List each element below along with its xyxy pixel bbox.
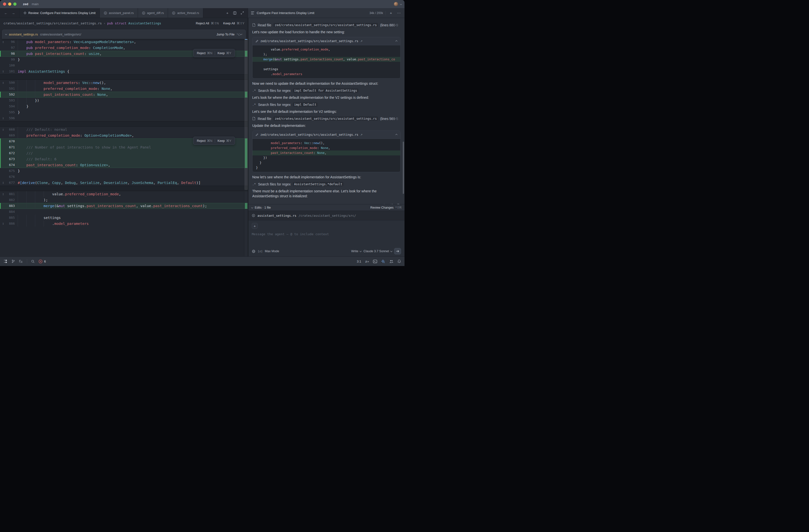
new-thread-button[interactable]: + <box>388 11 394 15</box>
git-branch-label[interactable]: main <box>32 2 39 6</box>
code-line[interactable]: 884 <box>0 209 248 215</box>
line-number[interactable]: 883 <box>6 203 18 209</box>
code-line[interactable]: 675} <box>0 168 248 174</box>
line-number[interactable]: 884 <box>6 209 18 215</box>
line-number[interactable]: 882 <box>6 197 18 203</box>
expand-up-icon[interactable]: ↥ <box>0 80 6 86</box>
cursor-position[interactable]: 3:1 <box>357 260 361 263</box>
code-line[interactable]: ↥96 pub model_parameters: Vec<LanguageMo… <box>0 39 248 45</box>
code-line[interactable]: 595} <box>0 109 248 115</box>
line-number[interactable]: 100 <box>6 63 18 68</box>
notifications-bell-icon[interactable] <box>397 259 401 263</box>
tool-search-regex[interactable]: .*Search files for regex impl Default fo… <box>252 88 400 92</box>
code-line[interactable]: 672 /// <box>0 150 248 156</box>
line-number[interactable]: 668 <box>6 126 18 133</box>
excerpt-file-header[interactable]: assistant_settings.rs crates/assistant_s… <box>2 30 246 39</box>
minimize-window-button[interactable] <box>8 2 11 6</box>
code-line[interactable]: 99} <box>0 57 248 63</box>
line-number[interactable]: 99 <box>6 57 18 63</box>
assistant-sparkle-icon[interactable] <box>381 259 385 263</box>
breadcrumb[interactable]: crates/assistant_settings/src/assistant_… <box>3 21 161 25</box>
line-number[interactable]: 885 <box>6 215 18 221</box>
web-search-icon[interactable] <box>252 250 256 253</box>
code-line[interactable]: 673 /// Default: 6 <box>0 156 248 162</box>
line-number[interactable]: 596 <box>6 115 18 121</box>
tool-read-file[interactable]: Read file zed/crates/assistant_settings/… <box>252 23 400 27</box>
reject-all-button[interactable]: Reject All⌘⇧N <box>196 21 219 25</box>
code-line[interactable]: 594 } <box>0 103 248 109</box>
tab-assistant_panel-rs[interactable]: Rassistant_panel.rs <box>100 8 138 18</box>
model-selector[interactable]: Claude 3.7 Sonnet <box>363 250 392 253</box>
open-file-icon[interactable]: ↗ <box>360 133 362 136</box>
code-line[interactable]: 591 preferred_completion_mode: None, <box>0 86 248 92</box>
collapse-chevron-down-icon[interactable] <box>5 33 7 35</box>
expand-down-icon[interactable]: ↧ <box>0 221 6 227</box>
tool-search-regex[interactable]: .*Search files for regex AssistantSettin… <box>252 182 400 186</box>
line-number[interactable]: 590 <box>6 80 18 86</box>
line-number[interactable]: 98 <box>6 51 18 57</box>
line-number[interactable]: 673 <box>6 156 18 162</box>
edit-card-header[interactable]: zed/crates/assistant_settings/src/assist… <box>253 37 400 45</box>
line-number[interactable]: 670 <box>6 138 18 144</box>
git-branch-icon[interactable] <box>11 259 15 263</box>
outline-icon[interactable] <box>19 259 23 263</box>
code-area[interactable]: ↥96 pub model_parameters: Vec<LanguageMo… <box>0 39 248 256</box>
edits-bar[interactable]: Edits · 1 file Review Changes ^⇧R <box>248 204 404 210</box>
more-options-button[interactable]: ⋯ <box>396 11 401 15</box>
project-name[interactable]: zed <box>23 2 28 6</box>
hunk-keep-button[interactable]: Keep⌘Y <box>215 139 234 143</box>
thumbs-up-icon[interactable] <box>382 203 386 204</box>
line-number[interactable]: 672 <box>6 150 18 156</box>
line-number[interactable]: 97 <box>6 45 18 51</box>
code-line[interactable]: ↥881 value.preferred_completion_mode, <box>0 191 248 197</box>
code-line[interactable]: 100 <box>0 63 248 68</box>
mode-selector[interactable]: Write <box>351 250 361 253</box>
line-number[interactable]: 675 <box>6 168 18 174</box>
code-line[interactable]: 882 ); <box>0 197 248 203</box>
edit-card-code[interactable]: value.preferred_completion_mode, ); merg… <box>253 45 400 78</box>
project-panel-icon[interactable] <box>3 259 7 263</box>
search-icon[interactable] <box>31 260 35 263</box>
open-file-icon[interactable]: ↗ <box>360 40 362 43</box>
panel-scrollbar[interactable] <box>403 142 404 194</box>
expand-down-icon[interactable]: ↧ <box>0 115 6 121</box>
editor-scrollbar[interactable] <box>244 39 248 256</box>
code-line[interactable]: 883 merge(&mut settings.past_interaction… <box>0 203 248 209</box>
add-context-button[interactable]: + <box>252 223 258 229</box>
code-line[interactable]: ↧886 .model_parameters <box>0 221 248 227</box>
nav-back-button[interactable]: ← <box>3 10 9 16</box>
user-avatar[interactable] <box>394 2 398 6</box>
line-number[interactable]: 595 <box>6 109 18 115</box>
copy-as-markdown-icon[interactable] <box>396 203 400 204</box>
code-line[interactable]: ↧596 <box>0 115 248 121</box>
thread-list-icon[interactable] <box>251 12 254 14</box>
line-number[interactable]: 593 <box>6 98 18 103</box>
edits-chevron-down-icon[interactable] <box>251 206 253 208</box>
edit-card-header[interactable]: zed/crates/assistant_settings/src/assist… <box>253 131 400 139</box>
line-number[interactable]: 594 <box>6 103 18 109</box>
terminal-icon[interactable] <box>373 260 377 263</box>
hunk-reject-button[interactable]: Reject⌘N <box>194 139 215 143</box>
line-number[interactable]: 669 <box>6 133 18 138</box>
line-number[interactable]: 591 <box>6 86 18 92</box>
close-window-button[interactable] <box>3 2 6 6</box>
split-pane-button[interactable] <box>231 10 238 16</box>
diagnostics-indicator[interactable]: 6 <box>39 260 46 263</box>
line-number[interactable]: 671 <box>6 144 18 150</box>
edit-card-code[interactable]: model_parameters: Vec::new(), preferred_… <box>253 139 400 172</box>
line-number[interactable]: 676 <box>6 174 18 180</box>
collaboration-people-icon[interactable] <box>389 260 393 263</box>
tab-agent_diff-rs[interactable]: Ragent_diff.rs <box>138 8 168 18</box>
hunk-keep-button[interactable]: Keep⌘Y <box>215 51 234 55</box>
code-line[interactable]: ↥668 /// Default: normal <box>0 126 248 133</box>
line-number[interactable]: 592 <box>6 92 18 98</box>
message-composer[interactable]: + Message the agent — @ to include conte… <box>248 220 404 256</box>
code-line[interactable]: 592 past_interactions_count: None, <box>0 92 248 98</box>
line-number[interactable]: 101 <box>6 68 18 74</box>
expand-pane-button[interactable] <box>239 10 245 16</box>
collapse-chevron-up-icon[interactable] <box>395 40 397 42</box>
line-number[interactable]: 677 <box>6 180 18 186</box>
code-line[interactable]: 674 past_interactions_count: Option<usiz… <box>0 162 248 168</box>
collapse-chevron-up-icon[interactable] <box>395 134 397 136</box>
keep-all-button[interactable]: Keep All⌘⇧Y <box>223 21 244 25</box>
